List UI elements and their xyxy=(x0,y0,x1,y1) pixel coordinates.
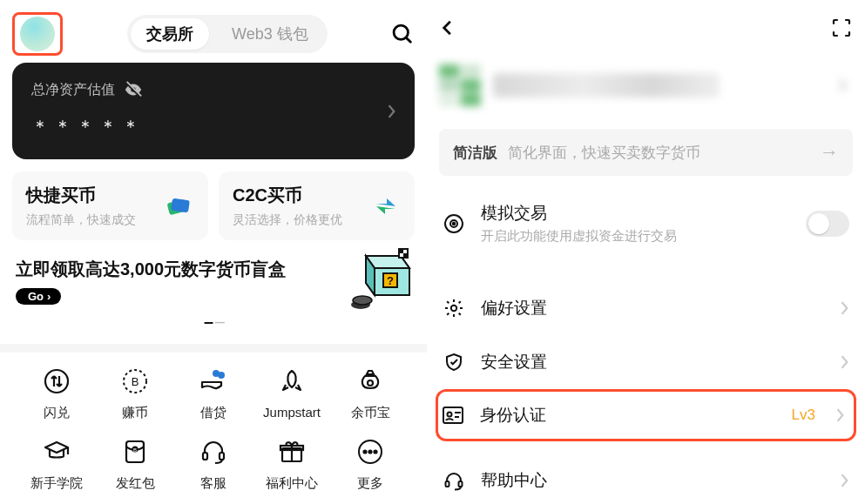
asset-value-masked: ＊＊＊＊＊ xyxy=(31,115,395,138)
row-security[interactable]: 安全设置 xyxy=(439,335,853,389)
grid-item-earn[interactable]: B 赚币 xyxy=(96,366,174,421)
graduation-icon xyxy=(42,437,71,467)
svg-text:B: B xyxy=(133,447,137,453)
svg-point-33 xyxy=(368,450,371,453)
go-label: Go xyxy=(28,290,44,303)
svg-rect-39 xyxy=(443,407,463,423)
svg-point-21 xyxy=(218,372,225,379)
svg-point-40 xyxy=(448,413,452,417)
swap-arrows-icon xyxy=(371,192,401,221)
grid-label: Jumpstart xyxy=(263,405,321,420)
eye-off-icon[interactable] xyxy=(124,80,143,99)
grid-item-support[interactable]: 客服 xyxy=(174,437,253,492)
svg-rect-26 xyxy=(203,453,207,460)
mode-tabs: 交易所 Web3 钱包 xyxy=(127,15,328,53)
settings-top-bar xyxy=(439,10,853,45)
settings-panel: 简洁版 简化界面，快速买卖数字货币 → 模拟交易 开启此功能使用虚拟资金进行交易… xyxy=(427,0,865,504)
top-bar: 交易所 Web3 钱包 xyxy=(12,10,415,57)
tab-exchange[interactable]: 交易所 xyxy=(131,18,209,50)
simple-title: 简洁版 xyxy=(453,143,497,163)
avatar[interactable] xyxy=(20,17,55,51)
security-title: 安全设置 xyxy=(481,351,547,373)
section-divider xyxy=(0,344,427,353)
grid-item-academy[interactable]: 新手学院 xyxy=(17,437,96,492)
grid-label: 客服 xyxy=(200,475,226,492)
swap-icon xyxy=(42,366,71,396)
more-icon xyxy=(355,437,385,467)
grid-item-rewards[interactable]: 福利中心 xyxy=(253,437,331,492)
grid-label: 福利中心 xyxy=(266,475,318,492)
grid-label: 借贷 xyxy=(200,405,226,421)
profile-name-blurred xyxy=(493,73,720,97)
asset-label: 总净资产估值 xyxy=(31,81,115,99)
net-asset-card[interactable]: 总净资产估值 ＊＊＊＊＊ xyxy=(12,63,415,159)
home-panel: 交易所 Web3 钱包 总净资产估值 ＊＊＊＊＊ 快捷买币 流程简单，快速成交 … xyxy=(0,0,427,504)
grid-item-loan[interactable]: 借贷 xyxy=(174,366,253,421)
grid-item-more[interactable]: 更多 xyxy=(331,437,409,492)
row-identity-verification[interactable]: 身份认证 Lv3 xyxy=(436,389,856,441)
headset-icon xyxy=(199,437,228,467)
red-packet-icon: B xyxy=(120,437,150,467)
grid-label: 赚币 xyxy=(122,405,148,421)
row-simulated-trading: 模拟交易 开启此功能使用虚拟资金进行交易 xyxy=(439,186,853,260)
svg-rect-42 xyxy=(459,481,463,487)
grid-item-jumpstart[interactable]: Jumpstart xyxy=(253,366,331,421)
profile-row[interactable] xyxy=(439,64,853,106)
promo-banner[interactable]: 立即领取高达3,000元数字货币盲盒 Go › ? xyxy=(12,258,415,305)
svg-rect-27 xyxy=(220,453,224,460)
avatar-blurred xyxy=(439,64,481,106)
grid-label: 发红包 xyxy=(116,475,155,492)
quick-buy-card[interactable]: 快捷买币 流程简单，快速成交 xyxy=(12,171,208,240)
grid-label: 余币宝 xyxy=(351,405,390,421)
target-icon xyxy=(443,212,465,235)
grid-item-savings[interactable]: 余币宝 xyxy=(331,366,409,421)
svg-point-37 xyxy=(453,222,456,225)
tab-web3-wallet[interactable]: Web3 钱包 xyxy=(216,18,324,50)
headset-icon xyxy=(443,469,465,492)
earn-icon: B xyxy=(120,366,150,396)
feature-grid: 闪兑 B 赚币 借贷 Jumpstart 余币宝 新手学院 B 发红包 客服 xyxy=(12,366,415,492)
svg-point-34 xyxy=(374,450,376,453)
avatar-highlight xyxy=(12,12,63,56)
cards-icon xyxy=(163,191,194,222)
go-button[interactable]: Go › xyxy=(16,288,61,305)
sim-toggle[interactable] xyxy=(806,211,849,237)
grid-label: 闪兑 xyxy=(44,405,70,421)
svg-rect-14 xyxy=(403,253,408,258)
c2c-buy-card[interactable]: C2C买币 灵活选择，价格更优 xyxy=(219,171,415,240)
rocket-icon xyxy=(277,366,307,396)
row-help-center[interactable]: 帮助中心 xyxy=(439,454,853,504)
arrow-right-icon: → xyxy=(820,141,839,164)
moneybag-icon xyxy=(355,366,385,396)
identity-level: Lv3 xyxy=(792,407,815,424)
search-icon[interactable] xyxy=(390,22,415,46)
asset-label-row: 总净资产估值 xyxy=(31,80,395,99)
sim-text: 模拟交易 开启此功能使用虚拟资金进行交易 xyxy=(481,202,677,245)
svg-point-32 xyxy=(363,450,366,453)
buy-row: 快捷买币 流程简单，快速成交 C2C买币 灵活选择，价格更优 xyxy=(12,171,415,240)
chevron-right-icon xyxy=(841,474,849,487)
mystery-box-icon: ? xyxy=(343,245,415,317)
sim-title: 模拟交易 xyxy=(481,202,677,225)
simple-sub: 简化界面，快速买卖数字货币 xyxy=(508,143,700,163)
shield-icon xyxy=(443,351,465,373)
gift-icon xyxy=(277,437,307,467)
grid-item-redpacket[interactable]: B 发红包 xyxy=(96,437,174,492)
svg-point-16 xyxy=(353,296,372,305)
simple-mode-bar[interactable]: 简洁版 简化界面，快速买卖数字货币 → xyxy=(439,129,853,176)
grid-label: 更多 xyxy=(357,475,383,492)
svg-point-38 xyxy=(451,306,456,311)
gear-icon xyxy=(443,297,465,319)
chevron-right-icon xyxy=(387,104,397,118)
help-title: 帮助中心 xyxy=(481,469,547,492)
id-card-icon xyxy=(442,404,464,427)
chevron-right-icon xyxy=(839,78,848,92)
svg-rect-13 xyxy=(399,249,403,253)
row-preferences[interactable]: 偏好设置 xyxy=(439,281,853,335)
back-icon[interactable] xyxy=(439,19,456,37)
svg-point-17 xyxy=(45,370,68,393)
loan-icon xyxy=(199,366,228,396)
scan-icon[interactable] xyxy=(830,17,853,39)
chevron-right-icon xyxy=(836,408,845,422)
grid-item-swap[interactable]: 闪兑 xyxy=(17,366,96,421)
